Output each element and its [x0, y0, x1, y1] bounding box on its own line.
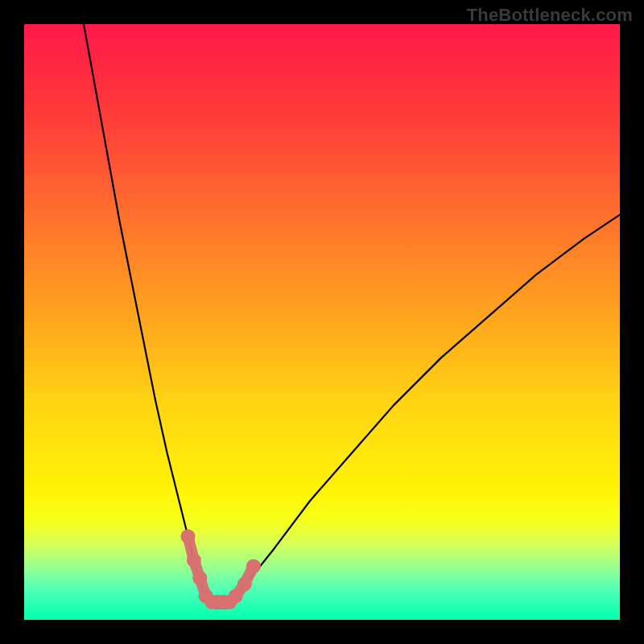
highlight-dot [187, 553, 201, 568]
highlight-dot [237, 577, 252, 592]
highlight-dot [192, 571, 207, 585]
plot-area [24, 24, 620, 620]
highlight-band [188, 536, 254, 601]
watermark-text: TheBottleneck.com [467, 5, 633, 26]
highlight-dot [229, 588, 243, 603]
curve-overlay [24, 24, 620, 620]
highlight-dot [246, 559, 261, 573]
main-curve [84, 24, 620, 608]
highlight-dot [181, 529, 196, 543]
chart-frame: TheBottleneck.com [0, 0, 644, 644]
